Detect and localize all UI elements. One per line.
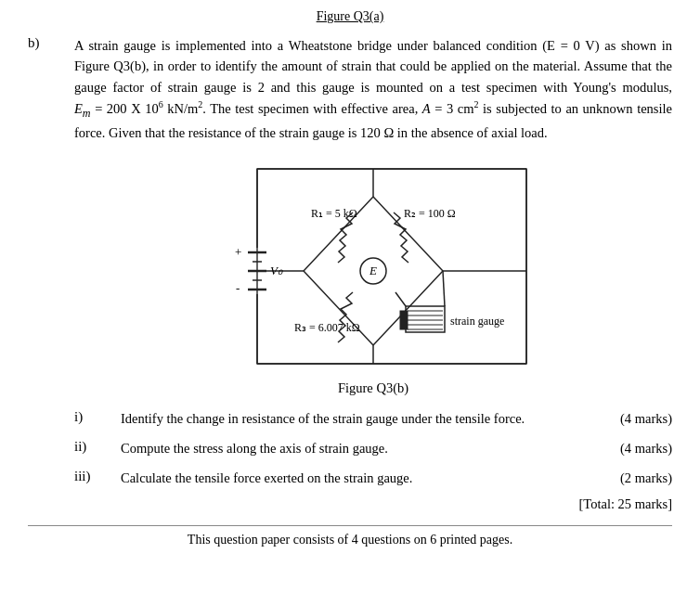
strain-gauge-label: strain gauge xyxy=(450,315,504,328)
svg-line-3 xyxy=(304,271,373,345)
minus-label: - xyxy=(236,281,240,295)
sub-item-ii: ii) Compute the stress along the axis of… xyxy=(74,439,672,459)
page: Figure Q3(a) b) A strain gauge is implem… xyxy=(0,0,700,557)
sub-content-ii: Compute the stress along the axis of str… xyxy=(121,439,672,459)
marks-ii: (4 marks) xyxy=(620,439,672,459)
figure-top-title: Figure Q3(a) xyxy=(28,9,672,24)
footer: This question paper consists of 4 questi… xyxy=(28,525,672,547)
sub-label-ii: ii) xyxy=(74,439,121,459)
vo-label: V₀ xyxy=(270,264,283,277)
r3-label: R₃ = 6.007 kΩ xyxy=(294,321,360,334)
section-b-content: A strain gauge is implemented into a Whe… xyxy=(74,35,672,512)
sub-content-i: Identify the change in resistance of the… xyxy=(121,409,672,430)
sub-text-ii: Compute the stress along the axis of str… xyxy=(121,439,611,459)
sub-text-i: Identify the change in resistance of the… xyxy=(121,409,611,430)
svg-rect-0 xyxy=(257,169,526,364)
section-b-label: b) xyxy=(28,35,74,512)
section-b-text: A strain gauge is implemented into a Whe… xyxy=(74,35,672,143)
marks-iii: (2 marks) xyxy=(620,469,672,489)
r2-label: R₂ = 100 Ω xyxy=(404,207,456,220)
svg-line-27 xyxy=(395,292,406,306)
svg-line-4 xyxy=(373,271,443,345)
total-marks: [Total: 25 marks] xyxy=(74,496,672,512)
circuit-svg: + - V₀ R₁ = 5 kΩ R₂ = 100 Ω xyxy=(201,160,545,373)
sub-content-iii: Calculate the tensile force exerted on t… xyxy=(121,469,672,489)
svg-rect-26 xyxy=(400,311,408,329)
r1-label: R₁ = 5 kΩ xyxy=(311,207,357,220)
plus-label: + xyxy=(235,245,241,259)
figure-caption: Figure Q3(b) xyxy=(74,380,672,396)
footer-text: This question paper consists of 4 questi… xyxy=(188,533,512,547)
e-label: E xyxy=(369,264,377,277)
marks-i: (4 marks) xyxy=(620,409,672,430)
svg-line-28 xyxy=(443,271,445,306)
sub-label-i: i) xyxy=(74,409,121,430)
sub-label-iii: iii) xyxy=(74,469,121,489)
sub-item-iii: iii) Calculate the tensile force exerted… xyxy=(74,469,672,489)
strain-gauge-symbol xyxy=(406,306,445,332)
sub-item-i: i) Identify the change in resistance of … xyxy=(74,409,672,430)
sub-text-iii: Calculate the tensile force exerted on t… xyxy=(121,469,611,489)
circuit-diagram: + - V₀ R₁ = 5 kΩ R₂ = 100 Ω xyxy=(74,160,672,373)
section-b: b) A strain gauge is implemented into a … xyxy=(28,35,672,512)
